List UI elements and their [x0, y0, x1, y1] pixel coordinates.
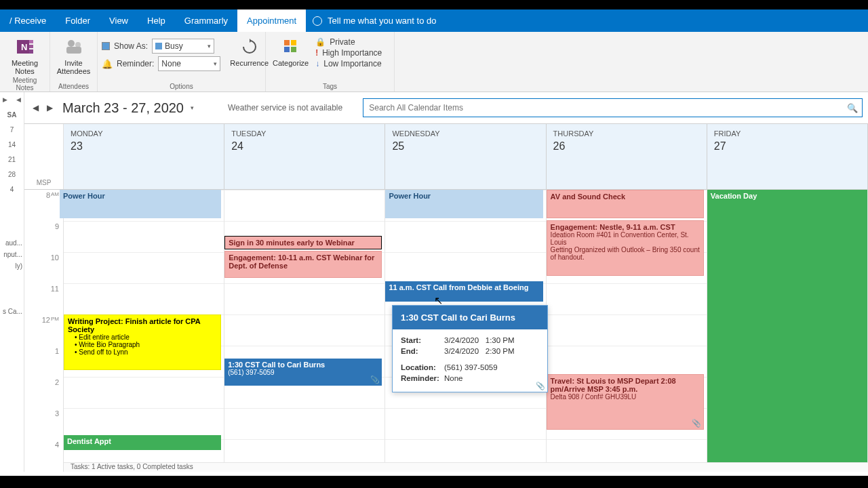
svg-rect-3: [29, 49, 33, 54]
mini-cal-num[interactable]: 21: [0, 152, 24, 167]
down-arrow-icon: ↓: [315, 59, 319, 68]
date-dropdown-icon[interactable]: ▾: [191, 104, 194, 111]
day-header-fri[interactable]: FRIDAY27: [707, 124, 868, 189]
attachment-icon: 📎: [692, 419, 701, 428]
attachment-icon: 📎: [536, 382, 545, 390]
mini-cal-num[interactable]: 7: [0, 122, 24, 137]
event-av-check[interactable]: AV and Sound Check: [547, 190, 704, 218]
calendar-search[interactable]: 🔍: [363, 98, 863, 117]
tab-receive[interactable]: / Receive: [0, 9, 56, 32]
day-column-tue[interactable]: Sign in 30 minutes early to Webinar Enga…: [224, 190, 385, 472]
meeting-notes-button[interactable]: N Meeting Notes: [4, 35, 45, 77]
hour-label: 9: [24, 221, 63, 252]
day-column-fri[interactable]: Vacation Day: [707, 190, 868, 472]
event-dentist[interactable]: Dentist Appt: [64, 435, 221, 450]
next-week-button[interactable]: ▶: [44, 102, 56, 114]
event-power-hour[interactable]: Power Hour: [385, 190, 542, 218]
low-importance-label: Low Importance: [323, 59, 381, 68]
recurrence-button[interactable]: Recurrence: [227, 35, 271, 68]
exclamation-icon: !: [315, 48, 318, 58]
group-label-meeting-notes: Meeting Notes: [4, 77, 45, 92]
hour-label: 4: [24, 439, 63, 470]
mouse-cursor: ↖: [434, 294, 443, 307]
window-titlebar: [0, 0, 868, 9]
group-label-tags: Tags: [270, 83, 390, 90]
nav-item-truncated[interactable]: nput...: [0, 249, 24, 260]
categorize-icon: [280, 36, 302, 58]
categorize-label: Categorize: [273, 59, 309, 67]
nav-item-truncated[interactable]: ly): [0, 260, 24, 272]
private-label: Private: [330, 37, 355, 47]
nav-item-truncated[interactable]: s Ca...: [0, 306, 24, 317]
search-input[interactable]: [369, 103, 856, 113]
tab-appointment[interactable]: Appointment: [237, 9, 306, 32]
expand-icon[interactable]: ▶: [3, 96, 7, 103]
tooltip-start-time: 1:30 PM: [486, 336, 515, 344]
attendees-icon: [63, 36, 85, 58]
tooltip-reminder-label: Reminder:: [401, 374, 444, 382]
low-importance-button[interactable]: ↓Low Importance: [315, 59, 382, 68]
show-as-icon: [102, 42, 110, 50]
event-signin-webinar[interactable]: Sign in 30 minutes early to Webinar: [224, 236, 382, 249]
tooltip-reminder-value: None: [444, 374, 463, 382]
tooltip-location-value: (561) 397-5059: [444, 363, 498, 371]
svg-rect-7: [66, 47, 81, 54]
reminder-label: Reminder:: [117, 59, 154, 68]
recurrence-label: Recurrence: [230, 59, 269, 67]
tell-me-search[interactable]: Tell me what you want to do: [306, 16, 436, 26]
private-button[interactable]: 🔒Private: [315, 37, 382, 47]
meeting-notes-label: Meeting Notes: [7, 59, 43, 75]
attachment-icon: 📎: [370, 375, 380, 384]
tab-grammarly[interactable]: Grammarly: [175, 9, 237, 32]
hour-label: 11: [24, 283, 63, 314]
hour-label: 8AM: [24, 190, 63, 221]
search-icon[interactable]: 🔍: [847, 103, 858, 113]
high-importance-label: High Importance: [322, 48, 382, 58]
tab-view[interactable]: View: [100, 9, 138, 32]
lock-icon: 🔒: [315, 37, 326, 47]
hour-label: 2: [24, 377, 63, 408]
day-header-thu[interactable]: THURSDAY26: [547, 124, 707, 189]
event-vacation[interactable]: Vacation Day: [707, 190, 867, 472]
svg-rect-1: [29, 40, 33, 43]
event-tooltip: 1:30 CST Call to Cari Burns Start:3/24/2…: [392, 305, 548, 392]
day-column-thu[interactable]: AV and Sound Check Engagement: Nestle, 9…: [547, 190, 707, 472]
tooltip-end-time: 2:30 PM: [486, 347, 515, 355]
ribbon-tabs: / Receive Folder View Help Grammarly App…: [0, 9, 868, 32]
tasks-footer: Tasks: 1 Active tasks, 0 Completed tasks: [64, 462, 868, 472]
event-writing-project[interactable]: Writing Project: Finish article for CPA …: [64, 314, 221, 370]
mini-cal-num[interactable]: 14: [0, 137, 24, 152]
group-label-options: Options: [102, 83, 261, 90]
chevron-down-icon: ▾: [214, 60, 217, 67]
event-travel[interactable]: Travel: St Louis to MSP Depart 2:08 pm/A…: [547, 374, 704, 430]
prev-week-button[interactable]: ◀: [30, 102, 41, 114]
event-call-cari[interactable]: 1:30 CST Call to Cari Burns (561) 397-50…: [224, 359, 382, 386]
nav-item-truncated[interactable]: aud...: [0, 237, 24, 249]
collapse-icon[interactable]: ◀: [16, 96, 21, 103]
svg-text:N: N: [21, 42, 27, 52]
timezone-label: MSP: [24, 124, 64, 189]
event-boeing-call[interactable]: 11 a.m. CST Call from Debbie at Boeing: [385, 281, 542, 302]
tab-help[interactable]: Help: [138, 9, 175, 32]
show-as-select[interactable]: Busy ▾: [152, 39, 214, 54]
mini-cal-num[interactable]: 28: [0, 167, 24, 182]
event-engagement-nestle[interactable]: Engagement: Nestle, 9-11 a.m. CST Ideati…: [547, 220, 704, 276]
mini-cal-num[interactable]: 4: [0, 182, 24, 197]
categorize-button[interactable]: Categorize: [270, 35, 311, 68]
event-power-hour[interactable]: Power Hour: [60, 190, 221, 218]
day-header-mon[interactable]: MONDAY23: [64, 124, 224, 189]
reminder-select[interactable]: None ▾: [158, 56, 220, 71]
tab-folder[interactable]: Folder: [56, 9, 100, 32]
day-header-wed[interactable]: WEDNESDAY25: [385, 124, 546, 189]
day-column-mon[interactable]: Power Hour Writing Project: Finish artic…: [64, 190, 224, 472]
tooltip-end-label: End:: [401, 347, 444, 355]
day-header-tue[interactable]: TUESDAY24: [224, 124, 385, 189]
invite-attendees-button[interactable]: Invite Attendees: [54, 35, 93, 77]
group-label-attendees: Attendees: [54, 83, 93, 90]
ribbon-body: N Meeting Notes Meeting Notes Invite Att…: [0, 32, 868, 92]
chevron-down-icon: ▾: [208, 43, 211, 49]
nav-pane-collapsed[interactable]: ▶◀ SA 7 14 21 28 4 aud... nput... ly) s …: [0, 92, 24, 472]
event-engagement-dod[interactable]: Engagement: 10-11 a.m. CST Webinar for D…: [224, 251, 382, 278]
high-importance-button[interactable]: !High Importance: [315, 48, 382, 58]
show-as-value: Busy: [165, 41, 183, 51]
